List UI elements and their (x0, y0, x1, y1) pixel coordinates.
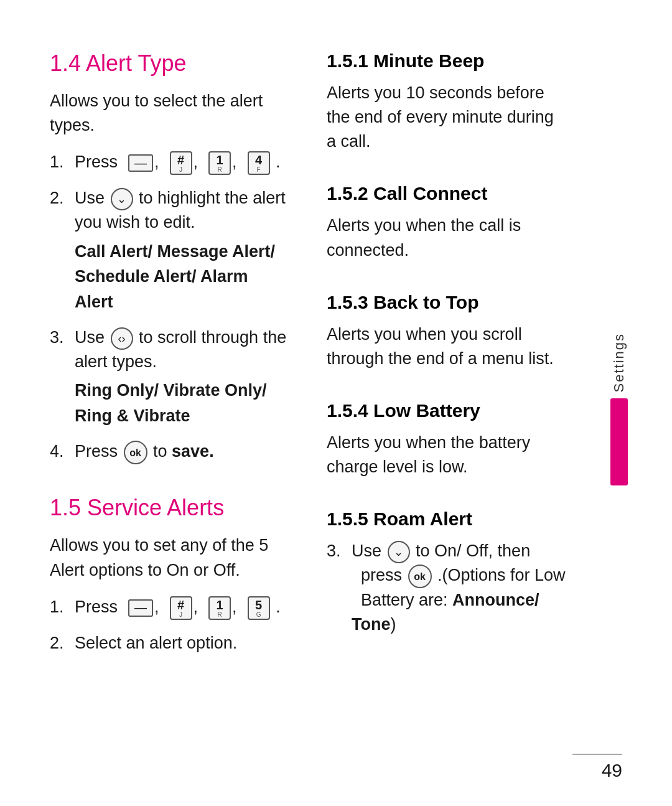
section-1-5-2: 1.5.2 Call Connect Alerts you when the c… (327, 182, 566, 274)
step-num: 4. (50, 439, 75, 464)
section-1-5-2-body: Alerts you when the call is connected. (327, 213, 566, 262)
section-1-5-1-body: Alerts you 10 seconds before the end of … (327, 81, 566, 154)
dash-key: — (128, 154, 153, 172)
step-1-5-5-3: 3. Use ⌄ to On/ Off, then press ok .(Opt… (327, 539, 566, 637)
section-1-5-5-title: 1.5.5 Roam Alert (327, 508, 566, 530)
step-content: Use ⌄ to On/ Off, then press ok .(Option… (352, 539, 566, 637)
left-column: 1.4 Alert Type Allows you to select the … (50, 50, 289, 769)
section-1-5-1-title: 1.5.1 Minute Beep (327, 50, 566, 72)
section-1-5-3: 1.5.3 Back to Top Alerts you when you sc… (327, 291, 566, 383)
step-content: Press —, # J , 1 R , 5 G (75, 595, 289, 620)
1-r-key-2: 1 R (208, 596, 231, 620)
alert-types-list: Call Alert/ Message Alert/Schedule Alert… (75, 239, 289, 315)
section-1-5-title: 1.5 Service Alerts (50, 494, 289, 521)
step-1-4-2: 2. Use ⌄ to highlight the alert you wish… (50, 186, 289, 314)
1-r-key: 1 R (208, 151, 231, 175)
lr-nav-icon: ‹› (111, 327, 133, 350)
step-content: Use ‹› to scroll through the alert types… (75, 326, 289, 428)
section-1-5-3-title: 1.5.3 Back to Top (327, 291, 566, 314)
section-1-5: 1.5 Service Alerts Allows you to set any… (50, 494, 289, 666)
step-num: 3. (327, 539, 352, 563)
step-content: Press ok to save. (75, 439, 289, 464)
step-num: 1. (50, 595, 75, 619)
sidebar-label: Settings (611, 333, 627, 393)
section-1-5-4-title: 1.5.4 Low Battery (327, 400, 566, 422)
step-num: 2. (50, 631, 75, 655)
sidebar-bar (610, 398, 628, 485)
step-num: 2. (50, 186, 75, 210)
step-content: Select an alert option. (75, 631, 289, 655)
section-1-5-body: Allows you to set any of the 5 Alert opt… (50, 533, 289, 582)
section-1-5-4: 1.5.4 Low Battery Alerts you when the ba… (327, 400, 566, 492)
page-number: 49 (602, 760, 622, 781)
hash-j-key: # J (170, 151, 192, 175)
section-1-4-title: 1.4 Alert Type (50, 50, 289, 77)
dash-key-2: — (128, 599, 153, 617)
step-1-4-4: 4. Press ok to save. (50, 439, 289, 464)
page-footer: 49 (572, 754, 622, 781)
step-1-5-1: 1. Press —, # J , 1 R , 5 (50, 595, 289, 620)
down-nav-icon-2: ⌄ (388, 541, 410, 563)
5-g-key: 5 G (248, 596, 270, 620)
main-content: 1.4 Alert Type Allows you to select the … (0, 0, 672, 806)
right-column: 1.5.1 Minute Beep Alerts you 10 seconds … (327, 50, 566, 769)
hash-j-key-2: # J (170, 596, 192, 620)
section-1-4-body: Allows you to select the alert types. (50, 89, 289, 138)
page-container: 1.4 Alert Type Allows you to select the … (0, 0, 672, 806)
step-1-4-3: 3. Use ‹› to scroll through the alert ty… (50, 326, 289, 428)
step-content: Press —, # J , 1 R , 4 F (75, 150, 289, 175)
step-1-5-2: 2. Select an alert option. (50, 631, 289, 655)
step-num: 1. (50, 150, 75, 174)
step-1-4-1: 1. Press —, # J , 1 R , 4 (50, 150, 289, 175)
footer-line (572, 754, 622, 755)
down-nav-icon: ⌄ (111, 188, 133, 210)
ok-btn-icon: ok (124, 441, 147, 464)
section-1-5-3-body: Alerts you when you scroll through the e… (327, 322, 566, 371)
section-1-4: 1.4 Alert Type Allows you to select the … (50, 50, 289, 476)
section-1-5-4-body: Alerts you when the battery charge level… (327, 431, 566, 479)
step-content: Use ⌄ to highlight the alert you wish to… (75, 186, 289, 314)
section-1-5-2-title: 1.5.2 Call Connect (327, 182, 566, 205)
sidebar: Settings (604, 50, 635, 769)
ok-btn-icon-2: ok (408, 565, 432, 588)
section-1-5-1: 1.5.1 Minute Beep Alerts you 10 seconds … (327, 50, 566, 166)
ring-types-list: Ring Only/ Vibrate Only/Ring & Vibrate (75, 378, 289, 428)
4-f-key: 4 F (248, 151, 270, 175)
section-1-5-5: 1.5.5 Roam Alert 3. Use ⌄ to On/ Off, th… (327, 508, 566, 648)
step-num: 3. (50, 326, 75, 350)
